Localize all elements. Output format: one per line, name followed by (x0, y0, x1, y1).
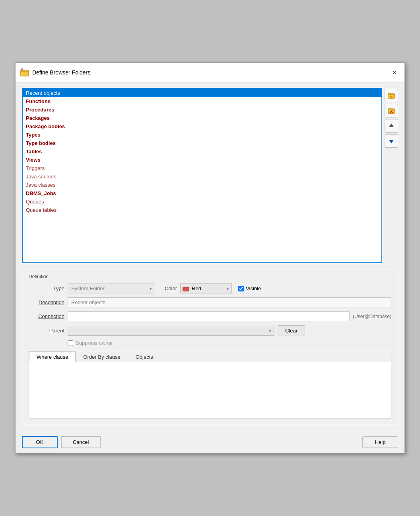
arrow-up-icon (388, 122, 395, 129)
parent-select-wrap (68, 326, 274, 336)
bottom-left-buttons: OK Cancel (22, 436, 101, 448)
svg-text:🔍: 🔍 (21, 69, 24, 72)
tabs-area: Where clause Order By clause Objects (29, 351, 391, 418)
folder-list-item[interactable]: Java classes (23, 181, 381, 189)
tabs-header: Where clause Order By clause Objects (29, 351, 391, 362)
parent-label: Parent (29, 328, 64, 334)
visible-row: Visible (238, 285, 261, 291)
svg-rect-12 (388, 109, 391, 110)
tab-where-clause[interactable]: Where clause (29, 351, 76, 362)
description-label: Description (29, 299, 64, 305)
type-select[interactable]: System Folder (68, 283, 155, 293)
folder-list-item[interactable]: Procedures (23, 106, 381, 114)
suppress-owner-label: Suppress owner (76, 340, 113, 346)
dialog-title: Define Browser Folders (32, 69, 90, 76)
suppress-owner-row: Suppress owner (68, 340, 391, 346)
folder-list-item[interactable]: Packages (23, 114, 381, 122)
delete-folder-icon (388, 107, 395, 114)
svg-rect-7 (388, 94, 391, 95)
type-label: Type (29, 285, 64, 291)
description-row: Description (29, 297, 391, 307)
where-clause-textarea[interactable] (29, 362, 391, 418)
visible-checkbox[interactable] (238, 286, 244, 291)
arrow-down-icon (388, 137, 395, 145)
delete-folder-button[interactable] (385, 104, 398, 117)
list-container: Recent objectsFunctionsProceduresPackage… (22, 88, 398, 263)
clear-button[interactable]: Clear (278, 325, 305, 336)
bottom-bar: OK Cancel Help (16, 431, 404, 453)
parent-select[interactable] (68, 326, 274, 336)
color-select-wrap: Red (180, 283, 232, 293)
suppress-owner-checkbox[interactable] (68, 340, 73, 346)
dialog-icon: 🔍 (20, 68, 29, 77)
move-down-button[interactable] (385, 134, 398, 148)
dialog-content: Recent objectsFunctionsProceduresPackage… (16, 82, 404, 431)
title-bar-left: 🔍 Define Browser Folders (20, 68, 90, 77)
type-select-wrap: System Folder (68, 283, 155, 293)
description-input[interactable] (68, 297, 391, 307)
connection-hint: (User@Database) (353, 314, 391, 319)
define-browser-folders-dialog: 🔍 Define Browser Folders ✕ Recent object… (15, 63, 405, 453)
ok-button[interactable]: OK (22, 436, 58, 448)
new-folder-button[interactable] (385, 89, 398, 102)
color-label: Color (165, 285, 177, 291)
connection-label: Connection (29, 313, 64, 319)
svg-rect-1 (21, 71, 29, 76)
svg-marker-16 (389, 140, 394, 143)
parent-row: Parent Clear (29, 325, 391, 336)
tab-objects[interactable]: Objects (128, 351, 161, 362)
cancel-button[interactable]: Cancel (61, 436, 101, 448)
type-color-row: Type System Folder Color Red (29, 283, 391, 293)
folder-list-item[interactable]: Queues (23, 197, 381, 206)
folder-list[interactable]: Recent objectsFunctionsProceduresPackage… (22, 88, 382, 263)
folder-list-item[interactable]: Queue tables (23, 206, 381, 214)
visible-label: Visible (246, 285, 261, 291)
new-folder-icon (388, 92, 395, 99)
folder-list-item[interactable]: DBMS_Jobs (23, 189, 381, 197)
definition-title: Definition (29, 274, 391, 280)
list-toolbar (385, 88, 398, 263)
folder-list-item[interactable]: Triggers (23, 164, 381, 172)
title-bar: 🔍 Define Browser Folders ✕ (16, 63, 404, 82)
tab-order-by-clause[interactable]: Order By clause (76, 351, 128, 362)
folder-list-item[interactable]: Types (23, 131, 381, 139)
folder-list-item[interactable]: Package bodies (23, 122, 381, 131)
connection-input[interactable] (68, 311, 350, 321)
folder-list-item[interactable]: Functions (23, 97, 381, 106)
folder-list-item[interactable]: Views (23, 156, 381, 164)
tab-content (29, 362, 391, 418)
move-up-button[interactable] (385, 119, 398, 133)
folder-list-item[interactable]: Type bodies (23, 139, 381, 147)
folder-list-item[interactable]: Recent objects (23, 89, 381, 97)
connection-row: Connection (User@Database) (29, 311, 391, 321)
color-select[interactable]: Red (180, 283, 232, 293)
help-button[interactable]: Help (362, 436, 398, 448)
svg-marker-15 (389, 123, 394, 127)
folder-list-item[interactable]: Tables (23, 147, 381, 156)
close-button[interactable]: ✕ (389, 67, 400, 78)
definition-section: Definition Type System Folder Color (22, 269, 398, 425)
folder-list-item[interactable]: Java sources (23, 172, 381, 181)
